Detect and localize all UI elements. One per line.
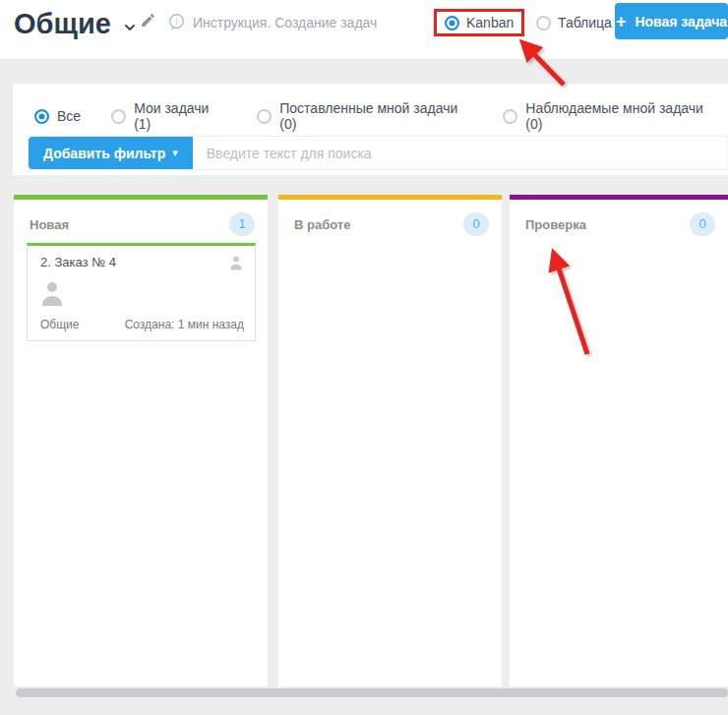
new-task-button[interactable]: + Новая задача	[615, 3, 728, 39]
plus-icon: +	[616, 13, 627, 30]
filter-panel: Все Мои задачи (1) Поставленные мной зад…	[13, 84, 728, 175]
kanban-column-in-progress: В работе 0	[278, 195, 502, 686]
assignee-icon	[229, 255, 243, 270]
radio-unselected-icon	[503, 109, 517, 124]
column-count-badge: 1	[229, 212, 255, 236]
column-title: В работе	[294, 217, 350, 232]
add-filter-label: Добавить фильтр	[43, 146, 165, 161]
chevron-down-icon[interactable]	[124, 18, 136, 35]
column-header: В работе 0	[278, 200, 502, 236]
instruction-label: Инструкция. Создание задач	[193, 15, 377, 30]
page-title: Общие	[14, 8, 111, 40]
horizontal-scrollbar-thumb[interactable]	[16, 688, 728, 697]
column-title: Проверка	[525, 217, 586, 232]
kanban-column-new: Новая 1 2. Заказ № 4 Общие Создана: 1 ми…	[14, 195, 268, 686]
new-task-label: Новая задача	[635, 14, 727, 30]
caret-down-icon: ▾	[172, 147, 178, 159]
search-input[interactable]	[193, 137, 727, 169]
scope-option-all[interactable]: Все	[34, 108, 81, 124]
avatar	[40, 279, 64, 307]
column-header: Новая 1	[14, 200, 268, 236]
scope-filter-row: Все Мои задачи (1) Поставленные мной зад…	[34, 100, 718, 132]
task-card-created: Создана: 1 мин назад	[125, 318, 244, 331]
radio-unselected-icon	[257, 109, 272, 124]
radio-unselected-icon	[536, 16, 551, 30]
task-card-title: 2. Заказ № 4	[40, 255, 116, 269]
task-card-project: Общие	[40, 318, 79, 331]
task-card[interactable]: 2. Заказ № 4 Общие Создана: 1 мин назад	[27, 243, 256, 341]
column-count-badge: 0	[690, 212, 715, 236]
svg-text:i: i	[175, 17, 178, 27]
view-toggle-kanban[interactable]: Kanban	[445, 15, 514, 30]
scope-option-watched-by-me[interactable]: Наблюдаемые мной задачи (0)	[503, 100, 718, 132]
edit-icon[interactable]	[140, 12, 156, 32]
scope-option-my-tasks[interactable]: Мои задачи (1)	[111, 100, 226, 132]
info-icon: i	[167, 13, 186, 31]
radio-unselected-icon	[111, 109, 126, 124]
column-header: Проверка 0	[510, 200, 728, 236]
add-filter-button[interactable]: Добавить фильтр ▾	[29, 137, 193, 169]
view-toggle-table[interactable]: Таблица	[536, 15, 612, 30]
column-title: Новая	[30, 217, 69, 232]
scope-option-assigned-by-me[interactable]: Поставленные мной задачи (0)	[257, 100, 472, 132]
instruction-link[interactable]: i Инструкция. Создание задач	[167, 13, 377, 31]
kanban-column-review: Проверка 0	[510, 195, 728, 686]
search-filter-row: Добавить фильтр ▾	[28, 136, 728, 170]
column-count-badge: 0	[463, 212, 489, 236]
radio-selected-icon	[34, 109, 49, 124]
radio-selected-icon	[445, 16, 459, 30]
page-header: Общие i Инструкция. Создание задач Kanba…	[0, 0, 728, 59]
